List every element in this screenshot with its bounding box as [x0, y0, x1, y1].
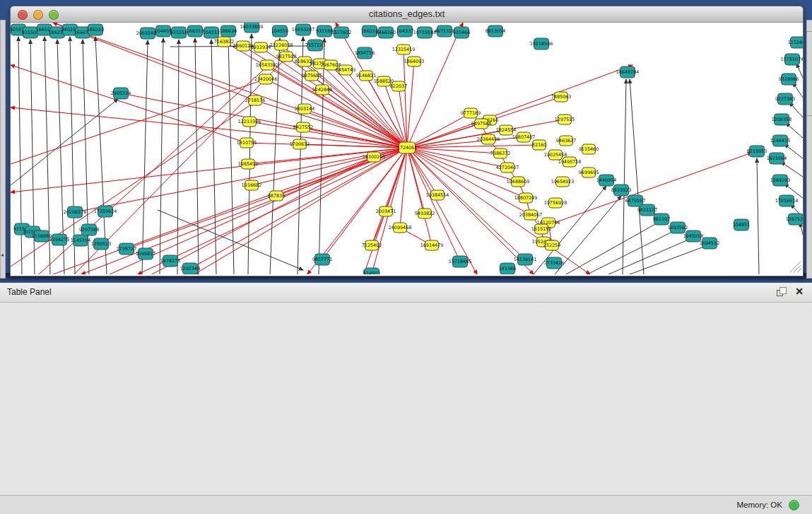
- graph-node[interactable]: 12325419: [392, 45, 416, 54]
- graph-node[interactable]: 1621064: [767, 153, 787, 164]
- graph-node[interactable]: 186220: [87, 24, 104, 35]
- float-panel-icon[interactable]: [777, 287, 787, 297]
- graph-node[interactable]: 9875685: [302, 71, 322, 81]
- graph-node[interactable]: 8933923: [611, 185, 631, 196]
- graph-node[interactable]: 1367534: [786, 214, 803, 225]
- graph-node[interactable]: 23420046: [254, 74, 278, 84]
- graph-node[interactable]: 1678275: [160, 255, 180, 267]
- network-view-window[interactable]: citations_edges.txt 40557293150416610418…: [10, 6, 804, 276]
- graph-node[interactable]: 887833: [268, 191, 285, 201]
- graph-node[interactable]: 19756928: [544, 198, 567, 208]
- network-canvas[interactable]: 4055729315041661041862139402161664751862…: [11, 23, 803, 274]
- graph-node[interactable]: 822037: [390, 81, 407, 91]
- results-panel-collapsed-strip[interactable]: [806, 20, 812, 279]
- graph-node[interactable]: 1810755: [237, 138, 257, 148]
- graph-node[interactable]: 19654923: [551, 177, 575, 187]
- graph-node[interactable]: 14136141: [514, 254, 537, 265]
- graph-node[interactable]: 104112: [203, 27, 220, 38]
- graph-node[interactable]: 1916682: [242, 180, 261, 190]
- graph-node[interactable]: 9115460: [579, 144, 599, 154]
- graph-node[interactable]: 1297515: [555, 115, 575, 124]
- graph-node[interactable]: 16033809: [240, 23, 264, 33]
- graph-node[interactable]: 1965492: [238, 159, 258, 169]
- graph-node[interactable]: 931210: [170, 27, 187, 38]
- graph-node[interactable]: 252254: [543, 240, 560, 250]
- graph-node[interactable]: 10653287: [292, 24, 315, 35]
- graph-node[interactable]: 104851: [733, 219, 750, 230]
- graph-node[interactable]: 7485063: [551, 92, 571, 102]
- graph-node[interactable]: 8215953: [747, 146, 767, 157]
- graph-node[interactable]: 166313: [187, 25, 204, 37]
- graph-node[interactable]: 4671318: [435, 25, 454, 37]
- graph-node[interactable]: 19384554: [426, 190, 449, 200]
- graph-node[interactable]: 8427552: [293, 122, 313, 132]
- close-panel-icon[interactable]: ✕: [795, 286, 804, 297]
- graph-node[interactable]: 1350513: [91, 238, 111, 250]
- graph-node[interactable]: 1095817: [136, 248, 155, 259]
- graph-node[interactable]: 9329966: [779, 74, 799, 85]
- graph-node[interactable]: 2905334: [111, 88, 131, 99]
- graph-node[interactable]: 1394275: [49, 234, 69, 245]
- graph-node[interactable]: 16543382: [256, 60, 279, 70]
- graph-node[interactable]: 9297588: [79, 224, 99, 235]
- graph-node[interactable]: 1824554: [496, 125, 516, 135]
- graph-node[interactable]: 1864093: [404, 57, 424, 66]
- graph-node[interactable]: 1527602: [331, 27, 351, 38]
- graph-node[interactable]: 104337: [396, 25, 413, 37]
- graph-node[interactable]: 1292348: [180, 263, 200, 274]
- graph-node[interactable]: 1854726: [355, 47, 375, 59]
- network-window-titlebar[interactable]: citations_edges.txt: [11, 6, 803, 23]
- graph-node[interactable]: 9699695: [579, 168, 599, 177]
- graph-node[interactable]: 1209358: [772, 114, 792, 125]
- graph-node[interactable]: 8912934: [251, 42, 271, 52]
- graph-node[interactable]: 20384067: [519, 210, 543, 220]
- graph-node[interactable]: 961107: [653, 214, 670, 225]
- graph-node[interactable]: 42720407: [496, 163, 519, 173]
- graph-node[interactable]: 1093562: [668, 222, 688, 233]
- graph-node[interactable]: 7357223: [305, 40, 325, 51]
- graph-node[interactable]: 2803144: [295, 104, 314, 114]
- graph-node[interactable]: 10688609: [507, 177, 530, 187]
- graph-node[interactable]: 7386372: [490, 148, 510, 158]
- graph-node[interactable]: 9421127: [637, 204, 657, 216]
- graph-node[interactable]: 5493822: [415, 209, 435, 218]
- graph-node[interactable]: 924502: [363, 268, 380, 274]
- graph-node[interactable]: 15751074: [781, 54, 803, 65]
- graph-node[interactable]: 1733426: [544, 257, 564, 269]
- graph-node[interactable]: 12213386: [238, 117, 261, 127]
- panel-collapse-arrow-icon[interactable]: ◂: [1, 252, 4, 258]
- graph-node[interactable]: 9463627: [556, 136, 576, 146]
- graph-node[interactable]: 9227343: [775, 93, 795, 105]
- graph-node[interactable]: 1244415: [770, 135, 790, 146]
- graph-node[interactable]: 1112406: [788, 37, 803, 48]
- graph-node[interactable]: 1724061: [397, 142, 417, 153]
- graph-node[interactable]: 6466160: [376, 27, 396, 38]
- graph-node[interactable]: 1145194: [71, 235, 90, 246]
- graph-node[interactable]: 1094512: [700, 238, 719, 249]
- graph-node[interactable]: 1569293: [770, 175, 790, 186]
- graph-node[interactable]: 20364436: [477, 134, 500, 144]
- graph-node[interactable]: 1700612: [290, 139, 310, 149]
- graph-node[interactable]: 2003471: [376, 206, 396, 216]
- graph-node[interactable]: 20206576: [64, 206, 87, 218]
- graph-node[interactable]: 186634: [220, 25, 237, 37]
- graph-node[interactable]: 931188: [316, 25, 333, 37]
- graph-node[interactable]: 931466: [453, 27, 470, 38]
- graph-node[interactable]: 24099468: [389, 223, 412, 233]
- graph-node[interactable]: 82160: [532, 140, 546, 150]
- graph-node[interactable]: 17016514: [775, 195, 799, 206]
- graph-node[interactable]: 9857771: [312, 254, 332, 265]
- graph-node[interactable]: 10807487: [512, 132, 536, 142]
- graph-node[interactable]: 23226038: [270, 40, 293, 50]
- graph-node[interactable]: 10719188: [413, 27, 437, 38]
- graph-node[interactable]: 104550: [271, 25, 288, 37]
- graph-node[interactable]: 8813054: [486, 25, 505, 37]
- graph-node[interactable]: 16914479: [420, 240, 444, 250]
- graph-node[interactable]: 104455: [155, 25, 172, 37]
- control-panel-collapsed-strip[interactable]: ◂: [0, 20, 6, 279]
- graph-node[interactable]: 1440954: [596, 175, 616, 186]
- graph-node[interactable]: 1795727: [117, 243, 136, 255]
- graph-node[interactable]: 16648784: [616, 66, 640, 78]
- graph-node[interactable]: 141366: [499, 263, 516, 274]
- graph-node[interactable]: 19218506: [530, 38, 553, 49]
